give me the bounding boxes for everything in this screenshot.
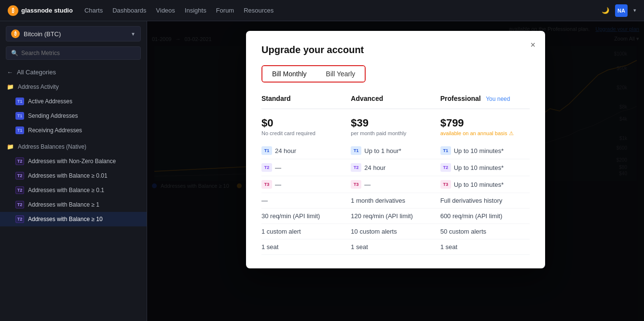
sidebar-item-receiving-addresses[interactable]: T1 Receiving Addresses [0,123,147,138]
sidebar-item-balance-10[interactable]: T2 Addresses with Balance ≥ 10 [0,212,147,226]
feature-cell-standard-t1: T1 24 hour [261,146,351,155]
feature-row-t1: T1 24 hour T1 Up to 1 hour* T1 Up to 10 … [261,142,530,159]
nav-charts[interactable]: Charts [84,7,103,14]
top-nav: ₿ glassnode studio Charts Dashboards Vid… [0,0,644,21]
feature-cell-professional-derivatives: Full derivatives history [440,197,530,204]
coin-icon: ₿ [11,29,20,38]
tier-badge-t1: T1 [15,98,24,105]
price-note-standard: No credit card required [261,130,351,136]
feature-cell-advanced-api: 120 req/min (API limit) [351,212,440,220]
theme-toggle[interactable]: 🌙 [602,7,609,14]
price-note-advanced: per month paid monthly [351,130,440,136]
price-standard: $0 No credit card required [261,117,351,136]
modal-title: Upgrade your account [261,44,530,56]
tier-tag-t1: T1 [261,146,272,155]
back-arrow-icon: ← [7,69,13,76]
feature-cell-standard-api: 30 req/min (API limit) [261,212,351,220]
search-input[interactable] [21,50,136,56]
sidebar-item-label: Addresses with Balance ≥ 10 [28,216,103,223]
nav-resources[interactable]: Resources [244,7,274,14]
sidebar-item-sending-addresses[interactable]: T1 Sending Addresses [0,109,147,123]
sidebar-item-label: Addresses with Balance ≥ 0.01 [28,172,108,179]
price-professional: $799 available on an annual basis ⚠ [440,117,530,137]
feature-cell-advanced-derivatives: 1 month derivatives [351,197,440,204]
category-group-address-balances: 📁 Address Balances (Native) T2 Addresses… [0,140,147,226]
sidebar-item-balance-1[interactable]: T2 Addresses with Balance ≥ 1 [0,197,147,212]
nav-dashboards[interactable]: Dashboards [112,7,146,14]
all-categories-link[interactable]: ← All Categories [0,65,147,80]
tier-badge-t2: T2 [15,157,24,165]
feature-text: 1 seat [351,243,368,251]
feature-cell-standard-derivatives: — [261,197,351,204]
feature-row-derivatives: — 1 month derivatives Full derivatives h… [261,193,530,209]
tier-tag-t2: T2 [261,163,272,172]
feature-row-t3: T3 — T3 — T3 Up to 10 minutes* [261,176,530,193]
nav-videos[interactable]: Videos [156,7,175,14]
nav-right: 🌙 NA ▾ [602,4,636,17]
bill-monthly-button[interactable]: Bill Monthly [262,66,316,82]
main-layout: ₿ Bitcoin (BTC) ▼ 🔍 ← All Categories 📁 A… [0,21,644,321]
sidebar-item-label: Addresses with Balance ≥ 1 [28,201,99,208]
feature-cell-standard-t3: T3 — [261,180,351,189]
tier-tag-t1: T1 [351,146,361,155]
feature-text: 1 month derivatives [351,197,405,204]
feature-cell-professional-t2: T2 Up to 10 minutes* [440,163,530,172]
feature-text: 1 seat [261,243,278,251]
feature-cell-professional-t1: T1 Up to 10 minutes* [440,146,530,155]
tier-tag-t2: T2 [351,163,361,172]
sidebar-item-balance-01[interactable]: T2 Addresses with Balance ≥ 0.1 [0,183,147,197]
feature-text: 30 req/min (API limit) [261,212,320,220]
plan-standard: Standard [261,94,351,103]
bill-yearly-button[interactable]: Bill Yearly [316,66,365,82]
feature-row-alerts: 1 custom alert 10 custom alerts 50 custo… [261,224,530,239]
sidebar-item-label: Sending Addresses [28,112,78,119]
nav-forum[interactable]: Forum [216,7,234,14]
logo[interactable]: ₿ glassnode studio [8,5,73,16]
price-advanced: $39 per month paid monthly [351,117,440,136]
nav-items: Charts Dashboards Videos Insights Forum … [84,7,602,14]
price-amount-advanced: $39 [351,117,440,129]
feature-cell-professional-api: 600 req/min (API limit) [440,212,530,220]
feature-text: Up to 1 hour* [364,147,401,154]
sidebar-item-label: Active Addresses [28,98,72,105]
modal-close-button[interactable]: × [530,41,535,49]
logo-text: glassnode studio [21,7,73,14]
sidebar-item-non-zero-balance[interactable]: T2 Addresses with Non-Zero Balance [0,154,147,168]
feature-cell-advanced-alerts: 10 custom alerts [351,228,440,235]
feature-text: 120 req/min (API limit) [351,212,413,220]
tier-badge-t2: T2 [15,201,24,209]
tier-badge-t2: T2 [15,172,24,180]
price-note-professional: available on an annual basis ⚠ [440,130,530,137]
plan-badge-professional: You need [486,96,510,102]
feature-cell-advanced-t2: T2 24 hour [351,163,440,172]
search-icon: 🔍 [11,50,18,56]
plan-professional: Professional You need [440,94,530,103]
avatar-chevron[interactable]: ▾ [633,7,636,14]
search-box[interactable]: 🔍 [6,46,141,60]
feature-text: 1 seat [440,243,457,251]
sidebar-nav: ← All Categories 📁 Address Activity T1 A… [0,65,147,321]
feature-row-t2: T2 — T2 24 hour T2 Up to 10 minutes* [261,159,530,176]
tier-tag-t3: T3 [351,180,361,189]
pricing-row: $0 No credit card required $39 per month… [261,117,530,137]
sidebar-item-active-addresses[interactable]: T1 Active Addresses [0,94,147,109]
nav-insights[interactable]: Insights [185,7,206,14]
coin-selector[interactable]: ₿ Bitcoin (BTC) ▼ [6,26,141,42]
avatar[interactable]: NA [615,4,628,17]
coin-chevron-icon: ▼ [131,31,136,37]
feature-cell-standard-seats: 1 seat [261,243,351,251]
feature-cell-advanced-seats: 1 seat [351,243,440,251]
feature-cell-standard-alerts: 1 custom alert [261,228,351,235]
feature-cell-advanced-t1: T1 Up to 1 hour* [351,146,440,155]
category-group-address-activity: 📁 Address Activity T1 Active Addresses T… [0,80,147,138]
category-header-address-activity[interactable]: 📁 Address Activity [0,80,147,94]
category-name-address-balances: Address Balances (Native) [18,143,86,150]
sidebar-item-label: Addresses with Non-Zero Balance [28,158,116,165]
modal-overlay: × Upgrade your account Bill Monthly Bill… [147,21,644,321]
folder-icon: 📁 [7,143,14,150]
pricing-header: Standard Advanced Professional You need [261,94,530,109]
sidebar-item-balance-001[interactable]: T2 Addresses with Balance ≥ 0.01 [0,168,147,183]
feature-text: 24 hour [275,147,296,154]
category-header-address-balances[interactable]: 📁 Address Balances (Native) [0,140,147,154]
tier-tag-t3: T3 [261,180,272,189]
